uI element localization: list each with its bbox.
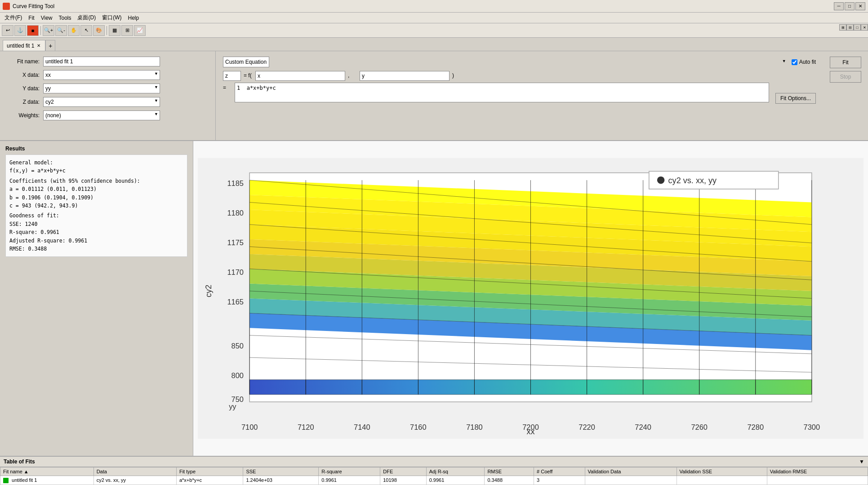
tab-untitled-fit-1[interactable]: untitled fit 1 ✕ <box>3 40 45 51</box>
x-variable-input[interactable] <box>255 71 345 81</box>
menu-file[interactable]: 文件(F) <box>2 13 25 22</box>
svg-text:7220: 7220 <box>579 423 595 431</box>
toolbar-anchor[interactable]: ⚓ <box>14 25 26 36</box>
x-data-row: X data: xx <box>7 70 208 80</box>
win-sm-1[interactable]: ⊞ <box>839 24 846 31</box>
col-dfe[interactable]: DFE <box>380 467 426 476</box>
top-panel: Fit name: X data: xx Y data: yy <box>0 51 868 141</box>
maximize-button[interactable]: □ <box>845 2 855 10</box>
tab-add-button[interactable]: + <box>45 40 55 51</box>
svg-text:cy2: cy2 <box>204 285 213 297</box>
z-data-label: Z data: <box>7 99 43 105</box>
col-validation-sse[interactable]: Validation SSE <box>677 467 767 476</box>
model-formula: f(x,y) = a*x+b*y+c <box>9 167 183 175</box>
col-validation-data[interactable]: Validation Data <box>585 467 677 476</box>
formula-textarea[interactable]: 1 a*x+b*y+c <box>235 83 769 102</box>
fit-name-input[interactable] <box>43 57 160 66</box>
win-sm-4[interactable]: ✕ <box>861 24 868 31</box>
table-collapse-icon[interactable]: ▼ <box>859 459 864 465</box>
menu-fit[interactable]: Fit <box>26 14 37 22</box>
cell-sse: 1.2404e+03 <box>243 476 319 485</box>
col-r-square[interactable]: R-square <box>319 467 380 476</box>
win-sm-3[interactable]: □ <box>854 24 861 31</box>
col-sse[interactable]: SSE <box>243 467 319 476</box>
z-variable-input[interactable] <box>223 71 241 81</box>
col-fit-type[interactable]: Fit type <box>176 467 243 476</box>
fit-button[interactable]: Fit <box>830 57 861 68</box>
goodness-rmse: RMSE: 0.3488 <box>9 245 183 253</box>
minimize-button[interactable]: ─ <box>834 2 844 10</box>
toolbar-zoom-in[interactable]: 🔍+ <box>43 25 54 36</box>
equation-top-row: Custom Equation Auto fit <box>223 57 816 67</box>
toolbar-back[interactable]: ↩ <box>2 25 13 36</box>
col-data[interactable]: Data <box>93 467 176 476</box>
coeff-b: b = 0.1906 (0.1904, 0.1909) <box>9 194 183 202</box>
svg-text:7160: 7160 <box>410 423 427 431</box>
cell-fit-type: a*x+b*y+c <box>176 476 243 485</box>
svg-text:750: 750 <box>231 395 244 403</box>
form-panel: Fit name: X data: xx Y data: yy <box>0 51 216 140</box>
title-bar: Curve Fitting Tool ─ □ ✕ <box>0 0 868 13</box>
title-bar-text: Curve Fitting Tool <box>13 3 54 9</box>
win-sm-2[interactable]: ⊟ <box>846 24 854 31</box>
weights-select-wrapper: (none) <box>43 110 160 120</box>
svg-text:1180: 1180 <box>227 209 244 217</box>
menu-tools[interactable]: Tools <box>56 14 74 22</box>
goodness-sse: SSE: 1240 <box>9 220 183 228</box>
toolbar-plot[interactable]: 📈 <box>134 25 146 36</box>
col-validation-rmse[interactable]: Validation RMSE <box>767 467 868 476</box>
y-data-select[interactable]: yy <box>43 84 160 93</box>
weights-select[interactable]: (none) <box>43 110 160 120</box>
z-data-select[interactable]: cy2 <box>43 97 160 107</box>
col-n-coeff[interactable]: # Coeff <box>534 467 585 476</box>
auto-fit-label[interactable]: Auto fit <box>792 59 816 65</box>
x-data-select-wrapper: xx <box>43 70 160 80</box>
svg-text:850: 850 <box>231 342 244 350</box>
toolbar-table[interactable]: ⊞ <box>121 25 133 36</box>
svg-text:7300: 7300 <box>804 423 820 431</box>
fit-options-button[interactable]: Fit Options... <box>775 93 816 104</box>
cell-data: cy2 vs. xx, yy <box>93 476 176 485</box>
menu-help[interactable]: Help <box>125 14 142 22</box>
formula-row: = 1 a*x+b*y+c Fit Options... <box>223 83 816 104</box>
toolbar-data-cursor[interactable]: ↖ <box>80 25 92 36</box>
svg-text:1175: 1175 <box>227 238 244 247</box>
svg-text:7100: 7100 <box>241 423 258 431</box>
menu-view[interactable]: View <box>38 14 55 22</box>
toolbar-pan[interactable]: ✋ <box>68 25 80 36</box>
col-fit-name[interactable]: Fit name ▲ <box>0 467 94 476</box>
col-rmse[interactable]: RMSE <box>485 467 534 476</box>
goodness-adj-rsquare: Adjusted R-square: 0.9961 <box>9 237 183 245</box>
stop-button[interactable]: Stop <box>830 71 861 83</box>
y-data-label: Y data: <box>7 85 43 92</box>
toolbar-red[interactable]: ■ <box>27 25 39 36</box>
cell-fit-name: untitled fit 1 <box>0 476 94 485</box>
svg-point-69 <box>657 176 664 184</box>
svg-text:800: 800 <box>231 371 244 379</box>
close-button[interactable]: ✕ <box>855 2 865 10</box>
menu-bar: 文件(F) Fit View Tools 桌面(D) 窗口(W) Help <box>0 13 868 23</box>
x-data-select[interactable]: xx <box>43 70 160 80</box>
auto-fit-checkbox[interactable] <box>792 59 797 65</box>
y-variable-input[interactable] <box>360 71 450 81</box>
y-data-row: Y data: yy <box>7 84 208 93</box>
menu-desktop[interactable]: 桌面(D) <box>75 13 98 22</box>
tab-close-button[interactable]: ✕ <box>36 43 41 48</box>
toolbar-grid[interactable]: ▦ <box>109 25 120 36</box>
menu-window[interactable]: 窗口(W) <box>99 13 124 22</box>
cell-validation-rmse <box>767 476 868 485</box>
fit-name-cell: untitled fit 1 <box>12 477 37 483</box>
equation-type-select[interactable]: Custom Equation <box>223 57 269 67</box>
svg-text:1170: 1170 <box>227 268 244 276</box>
main-content: Fit name: X data: xx Y data: yy <box>0 51 868 485</box>
results-box: General model: f(x,y) = a*x+b*y+c Coeffi… <box>5 154 187 257</box>
col-adj-rsq[interactable]: Adj R-sq <box>426 467 485 476</box>
table-container: Fit name ▲ Data Fit type SSE R-square DF… <box>0 467 868 485</box>
toolbar-zoom-out[interactable]: 🔍- <box>55 25 67 36</box>
cell-dfe: 10198 <box>380 476 426 485</box>
middle-panel: Results General model: f(x,y) = a*x+b*y+… <box>0 141 868 456</box>
svg-text:7180: 7180 <box>466 423 483 431</box>
cell-rmse: 0.3488 <box>485 476 534 485</box>
close-paren-label: ) <box>452 71 461 79</box>
toolbar-colorbar[interactable]: 🎨 <box>93 25 105 36</box>
